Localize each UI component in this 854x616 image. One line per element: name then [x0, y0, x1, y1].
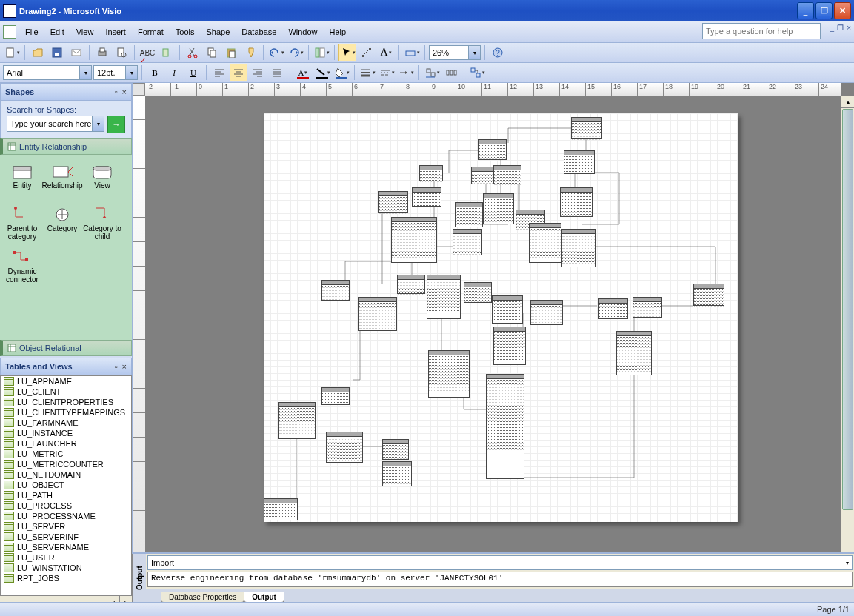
entity-shape[interactable]: [397, 275, 425, 294]
table-item[interactable]: LU_WINSTATION: [1, 563, 131, 573]
entity-shape[interactable]: [378, 191, 408, 213]
font-color-button[interactable]: A▾: [294, 64, 312, 81]
tables-panel-dock-button[interactable]: ▫: [115, 362, 118, 371]
text-tool-button[interactable]: A▾: [377, 44, 395, 61]
entity-shape[interactable]: [493, 165, 521, 184]
table-item[interactable]: RPT_JOBS: [1, 573, 131, 583]
entity-shape[interactable]: [382, 461, 412, 486]
connector-tool-button[interactable]: [358, 44, 376, 61]
close-button[interactable]: ✕: [834, 2, 851, 19]
spellcheck-button[interactable]: ABC✓: [139, 44, 156, 61]
undo-button[interactable]: ▾: [267, 44, 285, 61]
help-button[interactable]: ?: [489, 44, 507, 61]
align-justify-button[interactable]: [268, 64, 286, 81]
entity-shape[interactable]: [428, 350, 470, 398]
table-item[interactable]: LU_PATH: [1, 490, 131, 500]
distribute-shapes-button[interactable]: [442, 64, 460, 81]
open-button[interactable]: [29, 44, 47, 61]
entity-shape[interactable]: [264, 498, 298, 520]
entity-shape[interactable]: [419, 165, 443, 181]
entity-shape[interactable]: [453, 229, 482, 255]
shape-parent-to-category[interactable]: Parent to category: [3, 204, 41, 245]
entity-shape[interactable]: [382, 439, 409, 460]
tables-panel-close-button[interactable]: ×: [122, 362, 127, 371]
new-button[interactable]: ▾: [3, 44, 21, 61]
entity-shape[interactable]: [483, 193, 514, 224]
line-ends-button[interactable]: ▾: [397, 64, 415, 81]
drawing-tools-button[interactable]: ▾: [403, 44, 421, 61]
menu-insert[interactable]: Insert: [99, 26, 132, 38]
print-button[interactable]: [93, 44, 111, 61]
entity-shape[interactable]: [530, 300, 563, 325]
redo-button[interactable]: ▾: [287, 44, 304, 61]
entity-shape[interactable]: [492, 295, 523, 324]
entity-shape[interactable]: [391, 217, 437, 263]
entity-shape[interactable]: [358, 297, 397, 331]
copy-button[interactable]: [203, 44, 221, 61]
align-right-button[interactable]: [249, 64, 267, 81]
bottom-tab-output[interactable]: Output: [244, 592, 284, 603]
menu-shape[interactable]: Shape: [200, 26, 236, 38]
entity-shape[interactable]: [278, 402, 316, 439]
entity-shape[interactable]: [560, 187, 593, 217]
output-filter-combo[interactable]: Import▾: [147, 555, 853, 570]
visio-icon[interactable]: [3, 25, 16, 38]
vertical-scrollbar[interactable]: ▴ ▾: [841, 96, 854, 585]
format-painter-button[interactable]: [241, 44, 259, 61]
entity-shape[interactable]: [321, 280, 350, 301]
pointer-tool-button[interactable]: ▾: [338, 44, 356, 61]
vscroll-thumb[interactable]: [842, 109, 853, 510]
table-item[interactable]: LU_SERVERNAME: [1, 542, 131, 552]
entity-shape[interactable]: [564, 150, 595, 174]
page-area[interactable]: [145, 96, 841, 585]
shapes-panel-dock-button[interactable]: ▫: [115, 87, 118, 96]
table-item[interactable]: LU_APPNAME: [1, 376, 131, 386]
table-item[interactable]: LU_PROCESS: [1, 500, 131, 511]
entity-shape[interactable]: [561, 229, 596, 267]
table-item[interactable]: LU_NETDOMAIN: [1, 469, 131, 480]
table-item[interactable]: LU_CLIENTPROPERTIES: [1, 397, 131, 407]
underline-button[interactable]: U: [184, 64, 202, 81]
entity-shape[interactable]: [493, 327, 526, 365]
menu-window[interactable]: Window: [282, 26, 323, 38]
tables-list[interactable]: LU_APPNAMELU_CLIENTLU_CLIENTPROPERTIESLU…: [0, 375, 132, 595]
email-button[interactable]: [67, 44, 85, 61]
scroll-up-button[interactable]: ▴: [841, 96, 854, 108]
entity-shape[interactable]: [633, 297, 662, 318]
menu-view[interactable]: View: [70, 26, 100, 38]
menu-edit[interactable]: Edit: [44, 26, 70, 38]
italic-button[interactable]: I: [165, 64, 183, 81]
font-name-combo[interactable]: Arial▾: [3, 65, 92, 80]
shape-relationship[interactable]: Relationship: [43, 161, 81, 202]
line-pattern-button[interactable]: ▾: [378, 64, 396, 81]
connect-shapes-button[interactable]: ▾: [468, 64, 486, 81]
shapes-panel-close-button[interactable]: ×: [122, 87, 127, 96]
shape-view[interactable]: View: [83, 161, 121, 202]
bold-button[interactable]: B: [146, 64, 164, 81]
table-item[interactable]: LU_METRIC: [1, 449, 131, 459]
line-weight-button[interactable]: ▾: [358, 64, 376, 81]
bottom-tab-database-properties[interactable]: Database Properties: [161, 592, 244, 603]
table-item[interactable]: LU_METRICCOUNTER: [1, 459, 131, 469]
mdi-minimize-button[interactable]: _: [830, 24, 835, 32]
drawing-canvas[interactable]: -2-1012345678910111213141516171819202122…: [133, 83, 854, 608]
stencil-object-relational[interactable]: Object Relational: [0, 340, 132, 356]
entity-shape[interactable]: [427, 275, 461, 319]
minimize-button[interactable]: _: [797, 2, 814, 19]
table-item[interactable]: LU_INSTANCE: [1, 428, 131, 438]
entity-shape[interactable]: [412, 187, 441, 207]
table-item[interactable]: LU_USER: [1, 552, 131, 563]
table-item[interactable]: LU_LAUNCHER: [1, 438, 131, 449]
fill-color-button[interactable]: ▾: [333, 64, 350, 81]
font-size-combo[interactable]: 12pt.▾: [93, 65, 138, 80]
entity-shape[interactable]: [478, 139, 507, 160]
help-search-input[interactable]: [702, 23, 821, 39]
mdi-restore-button[interactable]: ❐: [837, 24, 844, 32]
entity-shape[interactable]: [529, 223, 561, 263]
entity-shape[interactable]: [455, 202, 483, 227]
stencil-entity-relationship[interactable]: Entity Relationship: [0, 138, 132, 155]
table-item[interactable]: LU_SERVERINF: [1, 532, 131, 542]
mdi-close-button[interactable]: ×: [847, 24, 851, 32]
maximize-button[interactable]: ❐: [815, 2, 833, 19]
shape-category[interactable]: Category: [43, 204, 81, 245]
